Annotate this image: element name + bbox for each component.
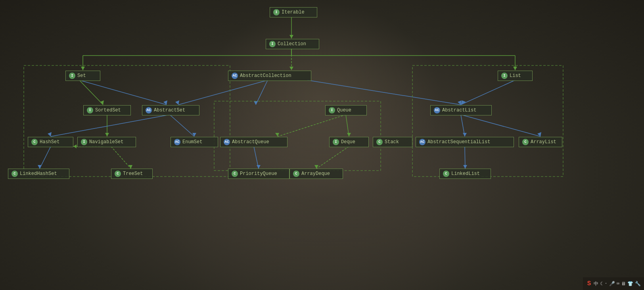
dot-icon[interactable]: ·	[605, 281, 608, 286]
label-linkedhashset: LinkedHashSet	[20, 171, 57, 177]
node-hashset[interactable]: C HashSet	[28, 137, 73, 147]
label-queue: Queue	[337, 108, 351, 113]
node-collection[interactable]: I Collection	[266, 39, 319, 49]
monitor-icon[interactable]: 🖥	[621, 281, 626, 287]
label-list: List	[510, 73, 521, 79]
node-priorityqueue[interactable]: C PriorityQueue	[228, 169, 289, 179]
label-arraydeque: ArrayDeque	[301, 171, 330, 177]
node-linkedhashset[interactable]: C LinkedHashSet	[8, 169, 69, 179]
label-sortedset: SortedSet	[95, 108, 121, 113]
mic-icon[interactable]: 🎤	[609, 281, 615, 287]
label-collection: Collection	[278, 41, 306, 47]
node-set[interactable]: I Set	[65, 71, 100, 81]
node-treeset[interactable]: C TreeSet	[111, 169, 153, 179]
shirt-icon[interactable]: 👕	[627, 281, 633, 287]
sougou-icon[interactable]: S	[586, 279, 592, 288]
label-stack: Stack	[385, 139, 399, 145]
moon-icon[interactable]: ☾	[600, 281, 603, 287]
badge-hashset: C	[31, 139, 38, 145]
label-priorityqueue: PriorityQueue	[240, 171, 277, 177]
node-abstractqueue[interactable]: AC AbstractQueue	[220, 137, 288, 147]
label-deque: Deque	[341, 139, 355, 145]
badge-navigableset: I	[81, 139, 87, 145]
badge-linkedhashset: C	[12, 171, 18, 177]
badge-priorityqueue: C	[232, 171, 238, 177]
badge-sortedset: I	[87, 107, 93, 113]
node-arraydeque[interactable]: C ArrayDeque	[289, 169, 343, 179]
badge-queue: I	[329, 107, 335, 113]
node-abstractcollection[interactable]: AC AbstractCollection	[228, 71, 311, 81]
label-navigableset: NavigableSet	[89, 139, 123, 145]
badge-collection: I	[269, 41, 276, 47]
node-abstractsequentiallist[interactable]: AC AbstractSequentialList	[416, 137, 514, 147]
label-treeset: TreeSet	[123, 171, 143, 177]
label-hashset: HashSet	[40, 139, 59, 145]
badge-arraydeque: C	[293, 171, 299, 177]
label-abstractsequentiallist: AbstractSequentialList	[427, 139, 490, 145]
node-list[interactable]: I List	[498, 71, 533, 81]
badge-treeset: C	[115, 171, 121, 177]
label-abstractqueue: AbstractQueue	[232, 139, 269, 145]
badge-iterable: I	[273, 9, 280, 15]
class-diagram: I Iterable I Collection I Set AC Abstrac…	[0, 0, 644, 290]
node-iterable[interactable]: I Iterable	[270, 7, 317, 17]
node-stack[interactable]: C Stack	[373, 137, 412, 147]
badge-linkedlist: C	[443, 171, 449, 177]
badge-abstractlist: AC	[434, 107, 440, 113]
badge-abstractcollection: AC	[232, 73, 238, 79]
wrench-icon[interactable]: 🔧	[635, 281, 641, 287]
node-abstractset[interactable]: AC AbstractSet	[142, 105, 199, 115]
node-deque[interactable]: I Deque	[329, 137, 369, 147]
taskbar: S 中 ☾ · 🎤 ⌨ 🖥 👕 🔧	[583, 277, 644, 290]
badge-stack: C	[376, 139, 383, 145]
node-abstractlist[interactable]: AC AbstractList	[430, 105, 492, 115]
label-enumset: EnumSet	[182, 139, 202, 145]
label-set: Set	[77, 73, 86, 79]
label-linkedlist: LinkedList	[451, 171, 480, 177]
badge-arraylist: C	[522, 139, 529, 145]
chinese-input-icon[interactable]: 中	[594, 280, 598, 287]
badge-abstractsequentiallist: AC	[419, 139, 426, 145]
node-enumset[interactable]: AC EnumSet	[171, 137, 218, 147]
badge-set: I	[69, 73, 75, 79]
label-abstractset: AbstractSet	[154, 108, 185, 113]
node-navigableset[interactable]: I NavigableSet	[77, 137, 136, 147]
badge-list: I	[501, 73, 508, 79]
badge-enumset: AC	[174, 139, 180, 145]
badge-abstractset: AC	[146, 107, 152, 113]
label-iterable: Iterable	[282, 10, 305, 15]
node-sortedset[interactable]: I SortedSet	[83, 105, 131, 115]
badge-deque: I	[333, 139, 339, 145]
node-arraylist[interactable]: C ArrayList	[519, 137, 562, 147]
label-abstractlist: AbstractList	[442, 108, 476, 113]
badge-abstractqueue: AC	[224, 139, 230, 145]
label-abstractcollection: AbstractCollection	[240, 73, 291, 79]
node-linkedlist[interactable]: C LinkedList	[439, 169, 491, 179]
keyboard-icon[interactable]: ⌨	[617, 281, 619, 287]
label-arraylist: ArrayList	[531, 139, 556, 145]
node-queue[interactable]: I Queue	[325, 105, 367, 115]
